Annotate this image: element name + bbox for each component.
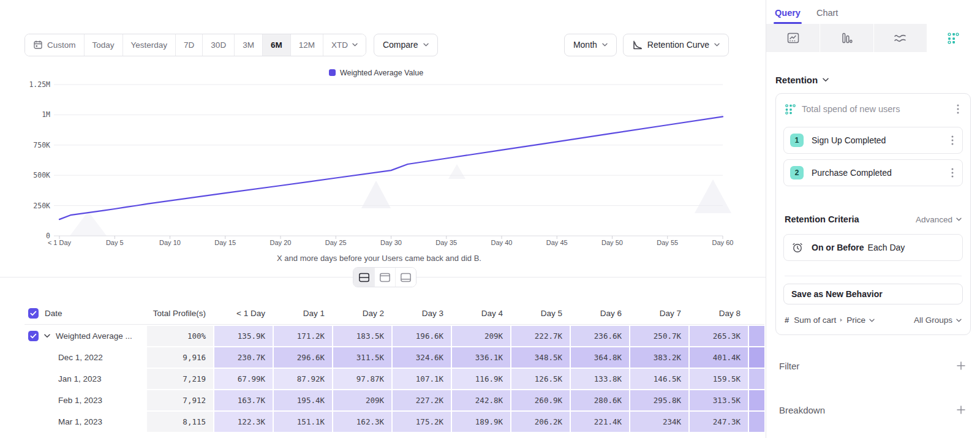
retention-line-chart[interactable]: 0250K500K750K1M1.25M< 1 DayDay 5Day 10Da…	[21, 80, 737, 249]
range-today[interactable]: Today	[84, 34, 123, 56]
total-profiles-cell[interactable]: 7,912	[146, 390, 213, 410]
retention-value-cell[interactable]: 401.4K	[688, 347, 748, 368]
save-as-new-behavior-button[interactable]: Save as New Behavior	[783, 284, 963, 304]
retention-value-cell-clipped[interactable]	[748, 347, 764, 368]
retention-value-cell[interactable]: 311.5K	[332, 347, 391, 368]
retention-value-cell[interactable]: 280.6K	[570, 390, 629, 410]
retention-value-cell[interactable]: 151.1K	[273, 412, 332, 432]
total-profiles-cell[interactable]: 100%	[146, 326, 213, 346]
measure-dropdown[interactable]: Sum of cart Price	[794, 315, 875, 325]
range-xtd[interactable]: XTD	[323, 34, 366, 56]
sidebar-tabs: Query Chart	[766, 0, 980, 24]
retention-value-cell[interactable]: 163.7K	[213, 390, 273, 410]
total-profiles-cell[interactable]: 8,115	[146, 412, 213, 432]
retention-value-cell[interactable]: 159.5K	[688, 369, 748, 389]
retention-value-cell[interactable]: 209K	[451, 326, 510, 346]
retention-value-cell[interactable]: 234K	[629, 412, 688, 432]
chevron-down-icon	[352, 43, 358, 47]
chart-style-button[interactable]: Retention Curve	[623, 34, 729, 56]
range-yesterday[interactable]: Yesterday	[123, 34, 176, 56]
split-view-toggle[interactable]	[353, 268, 374, 287]
tab-chart[interactable]: Chart	[816, 8, 838, 24]
weighted-average-line[interactable]	[59, 116, 723, 219]
retention-value-cell[interactable]: 183.5K	[332, 326, 391, 346]
retention-value-cell[interactable]: 126.5K	[510, 369, 570, 389]
retention-value-cell[interactable]: 221.4K	[570, 412, 629, 432]
retention-value-cell[interactable]: 135.9K	[213, 326, 273, 346]
step-menu-button[interactable]	[949, 167, 956, 179]
chart-type-bar-chart[interactable]	[820, 24, 873, 52]
compare-button[interactable]: Compare	[374, 34, 438, 56]
retention-value-cell[interactable]: 206.2K	[510, 412, 570, 432]
chart-legend[interactable]: Weighted Average Value	[21, 69, 731, 77]
chart-type-retention[interactable]	[927, 24, 980, 52]
retention-value-cell[interactable]: 196.6K	[391, 326, 451, 346]
retention-timing-selector[interactable]: On or BeforeEach Day	[783, 234, 963, 261]
add-filter-button[interactable]	[955, 360, 967, 372]
range-custom[interactable]: Custom	[25, 34, 84, 56]
total-profiles-cell[interactable]: 7,219	[146, 369, 213, 389]
retention-value-cell[interactable]: 189.9K	[451, 412, 510, 432]
retention-value-cell-clipped[interactable]	[748, 390, 764, 410]
behavior-step-2[interactable]: 2Purchase Completed	[783, 159, 963, 186]
retention-value-cell[interactable]: 295.8K	[629, 390, 688, 410]
step-menu-button[interactable]	[949, 134, 956, 146]
retention-value-cell[interactable]: 250.7K	[629, 326, 688, 346]
retention-value-cell[interactable]: 296.6K	[273, 347, 332, 368]
retention-value-cell-clipped[interactable]	[748, 326, 764, 346]
range-12m[interactable]: 12M	[290, 34, 323, 56]
add-breakdown-button[interactable]	[955, 404, 967, 416]
retention-value-cell[interactable]: 364.8K	[570, 347, 629, 368]
table-header-cell: < 1 Day	[213, 309, 273, 318]
total-profiles-cell[interactable]: 9,916	[146, 347, 213, 368]
retention-value-cell[interactable]: 265.3K	[688, 326, 748, 346]
retention-value-cell[interactable]: 162.3K	[332, 412, 391, 432]
chart-type-line-chart[interactable]	[766, 24, 820, 52]
range-6m[interactable]: 6M	[262, 34, 290, 56]
table-focus-view-toggle[interactable]	[395, 268, 416, 287]
retention-value-cell[interactable]: 146.5K	[629, 369, 688, 389]
retention-value-cell[interactable]: 336.1K	[451, 347, 510, 368]
retention-value-cell[interactable]: 171.2K	[273, 326, 332, 346]
chart-type-flow-chart[interactable]	[873, 24, 927, 52]
granularity-button[interactable]: Month	[564, 34, 617, 56]
retention-value-cell-clipped[interactable]	[748, 412, 764, 432]
retention-value-cell[interactable]: 122.3K	[213, 412, 273, 432]
retention-value-cell[interactable]: 116.9K	[451, 369, 510, 389]
retention-value-cell[interactable]: 242.8K	[451, 390, 510, 410]
retention-value-cell[interactable]: 348.5K	[510, 347, 570, 368]
retention-value-cell[interactable]: 247.3K	[688, 412, 748, 432]
retention-value-cell[interactable]: 324.6K	[391, 347, 451, 368]
behavior-menu-button[interactable]	[954, 103, 962, 115]
retention-value-cell-clipped[interactable]	[748, 369, 764, 389]
behavior-step-1[interactable]: 1Sign Up Completed	[783, 127, 963, 154]
retention-value-cell[interactable]: 260.9K	[510, 390, 570, 410]
tab-query[interactable]: Query	[775, 8, 801, 24]
retention-value-cell[interactable]: 97.87K	[332, 369, 391, 389]
retention-value-cell[interactable]: 230.7K	[213, 347, 273, 368]
retention-value-cell[interactable]: 227.2K	[391, 390, 451, 410]
groups-dropdown[interactable]: All Groups	[914, 315, 962, 325]
retention-value-cell[interactable]: 175.2K	[391, 412, 451, 432]
retention-value-cell[interactable]: 383.2K	[629, 347, 688, 368]
range-7d[interactable]: 7D	[175, 34, 202, 56]
retention-value-cell[interactable]: 67.99K	[213, 369, 273, 389]
retention-value-cell[interactable]: 195.4K	[273, 390, 332, 410]
expand-row-icon[interactable]	[44, 334, 50, 338]
header-checkbox[interactable]	[28, 308, 39, 319]
retention-value-cell[interactable]: 222.7K	[510, 326, 570, 346]
retention-value-cell[interactable]: 236.6K	[570, 326, 629, 346]
retention-value-cell[interactable]: 87.92K	[273, 369, 332, 389]
range-3m[interactable]: 3M	[234, 34, 262, 56]
retention-section-dropdown[interactable]: Retention	[775, 74, 971, 85]
criteria-mode-dropdown[interactable]: Advanced	[916, 215, 962, 224]
x-tick-label: Day 30	[380, 239, 402, 246]
row-checkbox[interactable]	[28, 331, 39, 341]
retention-value-cell[interactable]: 107.1K	[391, 369, 451, 389]
range-30d[interactable]: 30D	[202, 34, 234, 56]
table-header-date: Date	[24, 308, 146, 319]
retention-value-cell[interactable]: 133.8K	[570, 369, 629, 389]
retention-value-cell[interactable]: 209K	[332, 390, 391, 410]
chart-focus-view-toggle[interactable]	[374, 268, 395, 287]
retention-value-cell[interactable]: 313.5K	[688, 390, 748, 410]
